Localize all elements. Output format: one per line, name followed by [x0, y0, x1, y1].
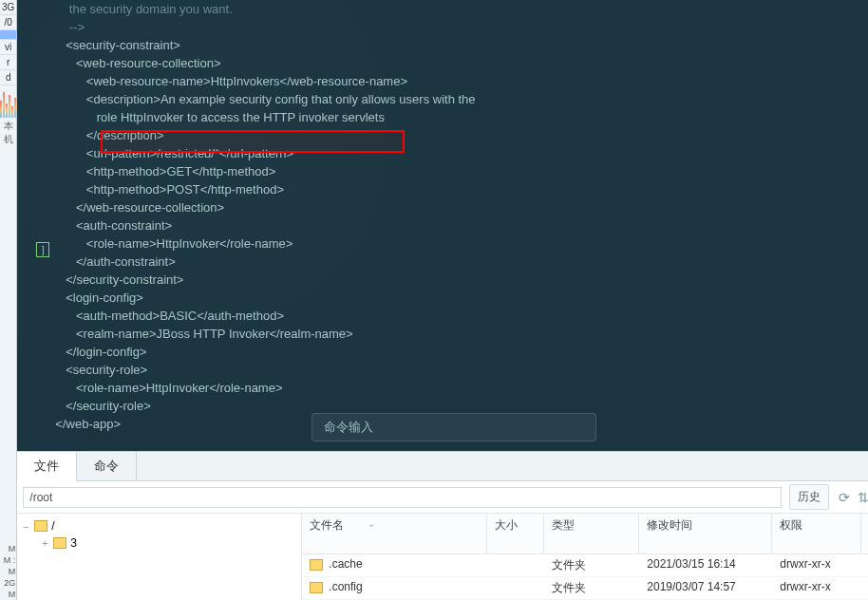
folder-icon: [310, 582, 323, 593]
bottom-panel: 文件 命令 历史 ⟳ ⇅ ⬇ ⬆ – / +: [17, 451, 868, 600]
folder-tree[interactable]: – / + 3: [17, 514, 302, 600]
label: r: [0, 55, 16, 70]
code-line: <http-method>GET</http-method>: [55, 162, 868, 180]
code-line: <auth-constraint>: [55, 216, 868, 234]
code-line: <login-config>: [55, 289, 868, 307]
file-size: [487, 554, 544, 576]
code-editor[interactable]: the security domain you want. --> <secur…: [17, 0, 868, 451]
col-name[interactable]: 文件名: [302, 514, 487, 553]
list-row[interactable]: .cache 文件夹 2021/03/15 16:14 drwxr-xr-x 0…: [302, 554, 868, 577]
file-list[interactable]: 文件名 大小 类型 修改时间 权限 用户/用户组 .cache 文件夹 2021…: [302, 514, 868, 600]
code-line: <security-constraint>: [55, 36, 868, 54]
folder-icon: [34, 520, 47, 532]
col-size[interactable]: 大小: [487, 514, 544, 553]
code-line: <http-method>POST</http-method>: [55, 180, 868, 198]
file-date: 2021/03/15 16:14: [639, 554, 772, 576]
file-name: .config: [329, 580, 362, 593]
file-date: 2019/03/07 14:57: [639, 577, 772, 599]
col-user[interactable]: 用户/用户组: [861, 514, 868, 553]
stat: M :: [0, 554, 16, 566]
main-area: the security domain you want. --> <secur…: [17, 0, 868, 600]
folder-icon: [310, 559, 323, 571]
col-perm[interactable]: 权限: [772, 514, 861, 553]
code-line: <realm-name>JBoss HTTP Invoker</realm-na…: [55, 325, 868, 343]
refresh-icon[interactable]: ⟳: [839, 490, 850, 505]
col-type[interactable]: 类型: [544, 514, 639, 553]
tab-bar: 文件 命令: [17, 451, 868, 481]
sync-icon[interactable]: ⇅: [858, 490, 868, 505]
file-type: 文件夹: [544, 554, 639, 576]
label: 本机: [0, 120, 16, 146]
file-user: 0/0: [861, 577, 868, 599]
code-line: </auth-constraint>: [55, 253, 868, 271]
file-area: – / + 3 文件名 大小 类型 修改时间 权限 用户/用户组: [17, 514, 868, 600]
collapse-icon[interactable]: –: [21, 521, 30, 532]
indicator: [0, 30, 16, 40]
code-line: </login-config>: [55, 343, 868, 361]
expand-icon[interactable]: +: [40, 538, 49, 549]
file-size: [487, 577, 544, 599]
code-line: <security-role>: [55, 361, 868, 379]
path-actions: ⟳ ⇅ ⬇ ⬆: [829, 490, 868, 505]
label: vi: [0, 40, 16, 55]
list-header: 文件名 大小 类型 修改时间 权限 用户/用户组: [302, 514, 868, 554]
history-button[interactable]: 历史: [789, 484, 829, 510]
list-row[interactable]: .config 文件夹 2019/03/07 14:57 drwxr-xr-x …: [302, 577, 868, 600]
folder-icon: [53, 537, 66, 549]
code-line: the security domain you want.: [55, 0, 868, 18]
tree-node[interactable]: + 3: [21, 534, 297, 552]
file-perm: drwxr-xr-x: [772, 554, 861, 576]
code-line: <web-resource-collection>: [55, 54, 868, 72]
code-line: <description>An example security config …: [55, 90, 868, 108]
gutter-marker[interactable]: ]: [36, 242, 49, 257]
code-line: <role-name>HttpInvoker</role-name>: [55, 234, 868, 253]
stat: M: [0, 589, 16, 600]
file-type: 文件夹: [544, 577, 639, 599]
command-input[interactable]: 命令输入: [311, 413, 596, 441]
code-line: <web-resource-name>HttpInvokers</web-res…: [55, 72, 868, 90]
bars-icon: [0, 89, 16, 118]
code-line: </security-constraint>: [55, 271, 868, 289]
stat: M: [0, 543, 16, 554]
tab-files[interactable]: 文件: [17, 452, 77, 481]
file-user: 0/0: [861, 554, 868, 576]
code-content: the security domain you want. --> <secur…: [17, 0, 868, 433]
command-placeholder: 命令输入: [324, 419, 373, 436]
highlight-box: [101, 130, 405, 153]
file-perm: drwxr-xr-x: [772, 577, 861, 599]
code-line: <role-name>HttpInvoker</role-name>: [55, 379, 868, 397]
path-bar: 历史 ⟳ ⇅ ⬇ ⬆: [17, 481, 868, 514]
path-input[interactable]: [23, 487, 782, 508]
code-line: <auth-method>BASIC</auth-method>: [55, 307, 868, 325]
code-line: role HttpInvoker to access the HTTP invo…: [55, 108, 868, 126]
tab-command[interactable]: 命令: [77, 452, 137, 480]
label: d: [0, 70, 16, 85]
badge: /0: [0, 15, 16, 30]
left-sidebar: 3G /0 vi r d 本机 M M : M 2G M: [0, 0, 17, 600]
stat: M: [0, 566, 16, 577]
stat: 2G: [0, 577, 16, 589]
tree-node-label: 3: [70, 536, 77, 550]
code-line: </web-resource-collection>: [55, 198, 868, 216]
col-date[interactable]: 修改时间: [639, 514, 772, 553]
badge: 3G: [0, 0, 16, 15]
tree-root[interactable]: – /: [21, 517, 297, 534]
file-name: .cache: [329, 557, 362, 571]
tree-node-label: /: [51, 519, 54, 533]
code-line: -->: [55, 18, 868, 36]
